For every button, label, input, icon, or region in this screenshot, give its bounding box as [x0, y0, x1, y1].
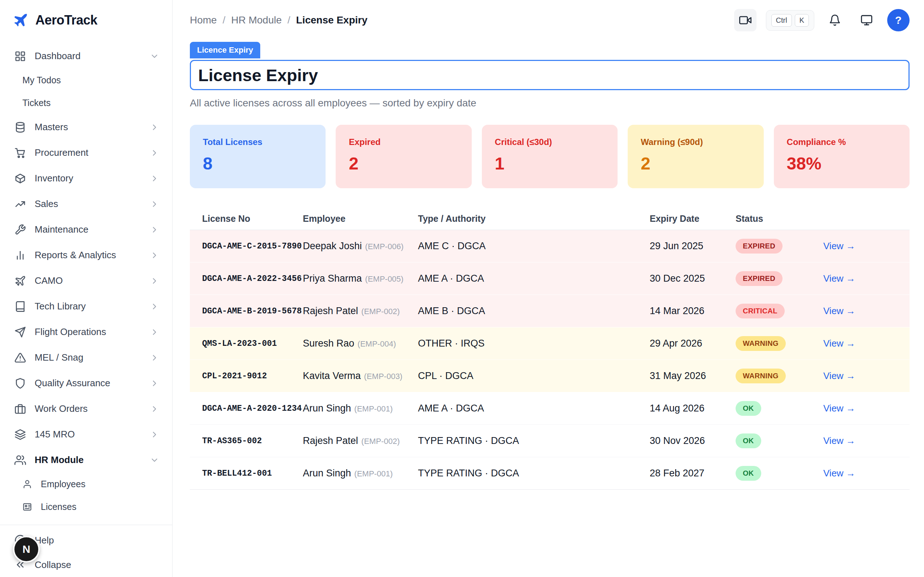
sidebar-item-label: Employees: [41, 479, 159, 489]
plane-logo-icon: [12, 12, 29, 29]
sidebar-item-label: Work Orders: [35, 403, 141, 414]
avatar[interactable]: N: [13, 536, 40, 562]
command-shortcut[interactable]: Ctrl K: [766, 10, 814, 31]
stat-cards: Total Licenses8Expired2Critical (≤30d)1W…: [190, 125, 909, 188]
sidebar-item-mel-snag[interactable]: MEL / Snag: [0, 345, 172, 371]
topbar: Home / HR Module / License Expiry Ctrl K: [173, 0, 924, 40]
chevron-right-icon: [150, 327, 159, 337]
stat-value: 1: [495, 154, 604, 174]
bell-icon: [829, 14, 841, 26]
mro-icon: [15, 429, 26, 440]
col-expiry-date: Expiry Date: [650, 213, 736, 224]
sidebar-item-reports-analytics[interactable]: Reports & Analytics: [0, 242, 172, 268]
stat-card-compliance: Compliance %38%: [774, 125, 909, 188]
sidebar-item-label: Tech Library: [35, 301, 141, 312]
breadcrumb-current: License Expiry: [296, 15, 367, 26]
sidebar-item-label: Help: [35, 535, 159, 546]
sidebar-item-sales[interactable]: Sales: [0, 191, 172, 217]
plane-icon: [15, 275, 26, 287]
chevron-right-icon: [150, 302, 159, 311]
page-title-input[interactable]: [190, 60, 909, 90]
stat-value: 2: [641, 154, 750, 174]
stat-label: Compliance %: [787, 137, 897, 147]
expiry-date-cell: 30 Nov 2026: [650, 435, 736, 446]
breadcrumb-separator: /: [288, 15, 291, 26]
view-link[interactable]: View →: [823, 240, 909, 252]
sidebar-item-label: Collapse: [35, 559, 159, 571]
sidebar-item-inventory[interactable]: Inventory: [0, 166, 172, 191]
type-authority-cell: AME B · DGCA: [418, 305, 650, 317]
employee-cell: Priya Sharma(EMP-005): [303, 273, 418, 284]
employee-id: (EMP-003): [364, 372, 402, 381]
stat-label: Expired: [349, 137, 459, 147]
view-link[interactable]: View →: [823, 273, 909, 284]
licence-expiry-tab-badge[interactable]: Licence Expiry: [190, 42, 260, 58]
sidebar-item-145-mro[interactable]: 145 MRO: [0, 422, 172, 447]
view-link[interactable]: View →: [823, 371, 909, 382]
license-no-cell: TR-BELL412-001: [202, 469, 303, 478]
view-link[interactable]: View →: [823, 338, 909, 349]
sidebar-item-my-todos[interactable]: My Todos: [0, 69, 172, 92]
chevron-right-icon: [150, 200, 159, 209]
app-logo[interactable]: AeroTrack: [0, 0, 172, 40]
help-button[interactable]: ?: [887, 9, 909, 31]
employee-id: (EMP-005): [365, 274, 404, 284]
license-no-cell: DGCA-AME-C-2015-7890: [202, 242, 303, 251]
sidebar-item-camo[interactable]: CAMO: [0, 268, 172, 293]
status-badge: OK: [736, 434, 761, 448]
breadcrumb-home[interactable]: Home: [190, 15, 217, 26]
chart-icon: [15, 250, 26, 261]
sidebar-item-procurement[interactable]: Procurement: [0, 140, 172, 166]
view-link[interactable]: View →: [823, 468, 909, 479]
sidebar-item-maintenance[interactable]: Maintenance: [0, 217, 172, 242]
stat-card-critical-30d: Critical (≤30d)1: [482, 125, 617, 188]
status-badge: OK: [736, 401, 761, 416]
chevron-right-icon: [150, 379, 159, 388]
employee-cell: Arun Singh(EMP-001): [303, 468, 418, 479]
stat-value: 8: [203, 154, 313, 174]
stat-label: Warning (≤90d): [641, 137, 750, 147]
expiry-date-cell: 14 Aug 2026: [650, 403, 736, 414]
status-badge: CRITICAL: [736, 304, 785, 318]
chevron-right-icon: [150, 148, 159, 158]
stat-card-total-licenses: Total Licenses8: [190, 125, 326, 188]
sidebar-item-employees[interactable]: Employees: [0, 473, 172, 495]
type-authority-cell: OTHER · IRQS: [418, 338, 650, 349]
sidebar-item-masters[interactable]: Masters: [0, 114, 172, 140]
sidebar-item-hr-module[interactable]: HR Module: [0, 447, 172, 473]
monitor-icon: [861, 14, 873, 26]
license-icon: [23, 502, 32, 512]
chevron-right-icon: [150, 174, 159, 183]
view-link[interactable]: View →: [823, 435, 909, 446]
sidebar-item-dashboard[interactable]: Dashboard: [0, 43, 172, 69]
table-row: TR-BELL412-001Arun Singh(EMP-001)TYPE RA…: [190, 457, 909, 490]
breadcrumb-hr-module[interactable]: HR Module: [231, 15, 281, 26]
expiry-date-cell: 29 Apr 2026: [650, 338, 736, 349]
sidebar-item-work-orders[interactable]: Work Orders: [0, 396, 172, 422]
view-link[interactable]: View →: [823, 403, 909, 414]
sidebar-item-tech-library[interactable]: Tech Library: [0, 293, 172, 319]
video-button[interactable]: [734, 9, 756, 31]
notifications-button[interactable]: [824, 9, 846, 31]
alert-icon: [15, 352, 26, 364]
sidebar-item-tickets[interactable]: Tickets: [0, 92, 172, 114]
type-authority-cell: AME A · DGCA: [418, 403, 650, 414]
employee-id: (EMP-001): [354, 404, 393, 413]
view-link[interactable]: View →: [823, 305, 909, 317]
sidebar-item-label: Sales: [35, 198, 141, 210]
video-icon: [739, 14, 751, 26]
app-root: AeroTrack DashboardMy TodosTicketsMaster…: [0, 0, 924, 577]
table-header-row: License No Employee Type / Authority Exp…: [190, 208, 909, 230]
breadcrumb-separator: /: [223, 15, 226, 26]
display-button[interactable]: [855, 9, 878, 31]
sidebar-item-label: Masters: [35, 121, 141, 133]
employee-cell: Suresh Rao(EMP-004): [303, 338, 418, 349]
type-authority-cell: CPL · DGCA: [418, 371, 650, 382]
sidebar-item-quality-assurance[interactable]: Quality Assurance: [0, 371, 172, 396]
flight-icon: [15, 326, 26, 338]
workorder-icon: [15, 403, 26, 415]
sidebar-item-label: Licenses: [41, 501, 159, 512]
sidebar-item-licenses[interactable]: Licenses: [0, 495, 172, 518]
sidebar-item-flight-operations[interactable]: Flight Operations: [0, 319, 172, 345]
table-row: DGCA-AME-A-2020-1234Arun Singh(EMP-001)A…: [190, 392, 909, 425]
